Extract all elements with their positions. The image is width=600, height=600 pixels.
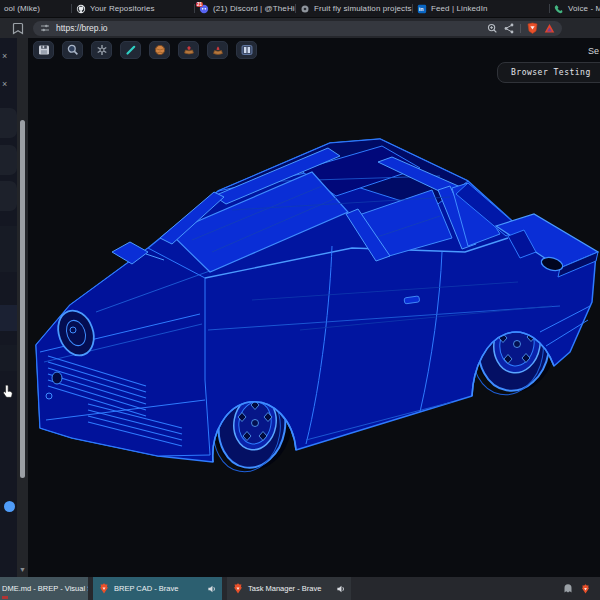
address-bar[interactable]: https://brep.io [33, 21, 562, 36]
brave-icon [98, 582, 110, 595]
side-panel: × × [0, 38, 17, 577]
browser-tab-github[interactable]: Your Repositories [72, 0, 194, 18]
audio-playing-icon [336, 584, 346, 594]
loft-solid-icon [212, 44, 224, 56]
phone-icon [554, 4, 564, 14]
loft-icon [183, 44, 195, 56]
panel-columns-button[interactable] [236, 41, 257, 59]
zoom-button[interactable] [62, 41, 83, 59]
github-icon [76, 4, 86, 14]
tab-label: ool (Mike) [4, 4, 40, 13]
taskbar-item-label: Task Manager - Brave [248, 584, 321, 593]
side-panel-row-highlight[interactable] [0, 305, 17, 331]
sketch-button[interactable] [120, 41, 141, 59]
fog-light [52, 372, 62, 384]
site-settings-icon[interactable] [40, 23, 50, 33]
tab-label: Feed | LinkedIn [431, 4, 488, 13]
taskbar-item-label: BREP CAD - Brave [114, 584, 178, 593]
tab-label: Voice - Messa [568, 4, 600, 13]
audio-playing-icon [207, 584, 217, 594]
browser-tab-voice[interactable]: Voice - Messa [550, 0, 600, 18]
side-panel-button[interactable] [0, 108, 17, 138]
taskbar-item-vscode[interactable]: DME.md - BREP - Visual Studio [0, 577, 88, 600]
linkedin-icon: in [417, 4, 427, 14]
side-panel-block[interactable] [0, 226, 17, 272]
browser-toolbar: https://brep.io [0, 18, 600, 38]
mouse-cursor [2, 384, 16, 400]
brave-icon [232, 582, 244, 595]
tab-label: Fruit fly simulation projects [314, 4, 412, 13]
loft-button[interactable] [178, 41, 199, 59]
settings-button[interactable] [91, 41, 112, 59]
browser-tab-strip: ool (Mike) Your Repositories 21 (21) Dis… [0, 0, 600, 18]
scrollbar-down-arrow-icon[interactable]: ▼ [19, 566, 26, 573]
sphere-primitive-button[interactable] [149, 41, 170, 59]
url-text: https://brep.io [56, 23, 108, 33]
system-tray [563, 577, 600, 600]
svg-text:in: in [419, 6, 424, 12]
discord-icon: 21 [199, 4, 209, 14]
gear-favicon-icon [300, 4, 310, 14]
browser-tab-discord[interactable]: 21 (21) Discord | @TheHighFly [195, 0, 295, 18]
close-icon[interactable]: × [2, 52, 7, 61]
toolbar-separator [520, 24, 521, 33]
cad-toolbar [33, 41, 257, 59]
side-panel-row[interactable] [0, 345, 17, 371]
browser-tab-linkedin[interactable]: in Feed | LinkedIn [413, 0, 549, 18]
close-icon[interactable]: × [2, 80, 7, 89]
zoom-icon [67, 44, 79, 56]
tray-app-icon[interactable] [563, 583, 573, 594]
desktop-screen: ool (Mike) Your Repositories 21 (21) Dis… [0, 0, 600, 600]
zoom-page-icon[interactable] [487, 23, 498, 34]
scrollbar-track[interactable]: ▼ [17, 38, 28, 577]
tooltip: Browser Testing [497, 62, 600, 83]
settings-icon [96, 44, 108, 56]
taskbar-item-task-manager[interactable]: Task Manager - Brave [227, 577, 351, 600]
brave-shields-icon[interactable] [527, 22, 538, 34]
scrollbar-thumb[interactable] [20, 120, 25, 478]
cad-viewport[interactable]: Se Browser Testing [28, 38, 600, 577]
tab-label: Your Repositories [90, 4, 155, 13]
taskbar-icon-fragment [2, 596, 8, 599]
side-panel-button[interactable] [0, 145, 17, 175]
wireframe-car-model[interactable] [28, 38, 600, 577]
notification-dot [4, 501, 15, 512]
page-content: × × ▼ [0, 38, 600, 577]
side-panel-button[interactable] [0, 181, 17, 211]
discord-unread-badge: 21 [196, 2, 203, 8]
bookmarks-panel-icon[interactable] [12, 22, 24, 35]
panel-columns-icon [241, 44, 253, 56]
taskbar-item-brep-cad[interactable]: BREP CAD - Brave [93, 577, 222, 600]
taskbar: DME.md - BREP - Visual Studio BREP CAD -… [0, 577, 600, 600]
brave-rewards-icon[interactable] [544, 23, 555, 34]
sketch-icon [125, 44, 137, 56]
sphere-primitive-icon [154, 44, 166, 56]
browser-tab-0[interactable]: ool (Mike) [0, 0, 71, 18]
header-text-fragment: Se [588, 46, 599, 56]
save-icon [38, 44, 50, 56]
share-icon[interactable] [504, 23, 514, 34]
browser-tab-fruitfly[interactable]: Fruit fly simulation projects [296, 0, 412, 18]
tab-label: (21) Discord | @TheHighFly [213, 4, 295, 13]
tray-brave-icon[interactable] [580, 583, 591, 595]
save-button[interactable] [33, 41, 54, 59]
loft-solid-button[interactable] [207, 41, 228, 59]
taskbar-item-label: DME.md - BREP - Visual Studio [2, 584, 88, 593]
